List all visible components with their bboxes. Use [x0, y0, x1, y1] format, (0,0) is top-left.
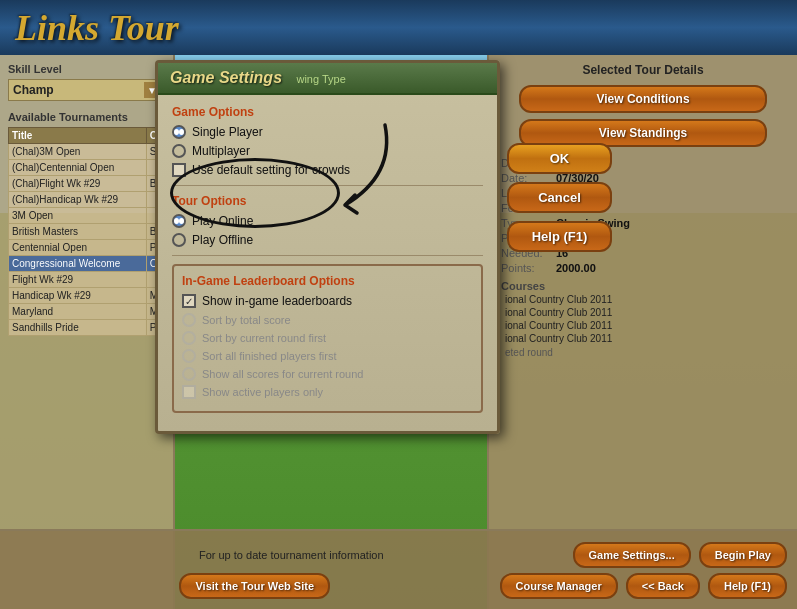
play-online-radio[interactable] [172, 214, 186, 228]
sort-total-radio [182, 313, 196, 327]
show-active-label: Show active players only [202, 386, 323, 398]
show-leaderboards-checkbox[interactable] [182, 294, 196, 308]
default-crowds-option[interactable]: Use default setting for crowds [172, 163, 483, 177]
sort-finished-option: Sort all finished players first [182, 349, 473, 363]
play-offline-option[interactable]: Play Offline [172, 233, 483, 247]
show-all-scores-label: Show all scores for current round [202, 368, 363, 380]
multiplayer-option[interactable]: Multiplayer [172, 144, 483, 158]
leaderboard-section: In-Game Leaderboard Options Show in-game… [172, 264, 483, 413]
show-leaderboards-option[interactable]: Show in-game leaderboards [182, 294, 473, 308]
single-player-option[interactable]: Single Player [172, 125, 483, 139]
swing-type-label: wing Type [296, 73, 345, 85]
game-options-label: Game Options [172, 105, 483, 119]
play-online-option[interactable]: Play Online [172, 214, 483, 228]
ok-button[interactable]: OK [507, 143, 612, 174]
cancel-button[interactable]: Cancel [507, 182, 612, 213]
sort-finished-label: Sort all finished players first [202, 350, 337, 362]
leaderboard-label: In-Game Leaderboard Options [182, 274, 473, 288]
default-crowds-label: Use default setting for crowds [192, 163, 350, 177]
show-all-scores-option: Show all scores for current round [182, 367, 473, 381]
show-leaderboards-label: Show in-game leaderboards [202, 294, 352, 308]
dialog-overlay: Game Settings wing Type Game Options Sin… [0, 0, 797, 609]
single-player-radio[interactable] [172, 125, 186, 139]
default-crowds-checkbox[interactable] [172, 163, 186, 177]
sort-round-radio [182, 331, 196, 345]
dialog-header: Game Settings wing Type [158, 63, 497, 95]
sort-round-label: Sort by current round first [202, 332, 326, 344]
sort-total-label: Sort by total score [202, 314, 291, 326]
sort-round-option: Sort by current round first [182, 331, 473, 345]
play-offline-label: Play Offline [192, 233, 253, 247]
sort-total-option: Sort by total score [182, 313, 473, 327]
dialog-title: Game Settings [170, 69, 282, 86]
play-online-label: Play Online [192, 214, 253, 228]
sort-finished-radio [182, 349, 196, 363]
multiplayer-label: Multiplayer [192, 144, 250, 158]
multiplayer-radio[interactable] [172, 144, 186, 158]
single-player-label: Single Player [192, 125, 263, 139]
show-active-option: Show active players only [182, 385, 473, 399]
divider2 [172, 255, 483, 256]
dialog-actions: OK Cancel Help (F1) [507, 143, 612, 252]
help-f1-button[interactable]: Help (F1) [507, 221, 612, 252]
play-offline-radio[interactable] [172, 233, 186, 247]
show-active-checkbox [182, 385, 196, 399]
tour-options-label: Tour Options [172, 194, 483, 208]
game-settings-dialog: Game Settings wing Type Game Options Sin… [155, 60, 500, 434]
divider1 [172, 185, 483, 186]
dialog-body: Game Options Single Player Multiplayer U… [158, 95, 497, 431]
show-all-scores-radio [182, 367, 196, 381]
